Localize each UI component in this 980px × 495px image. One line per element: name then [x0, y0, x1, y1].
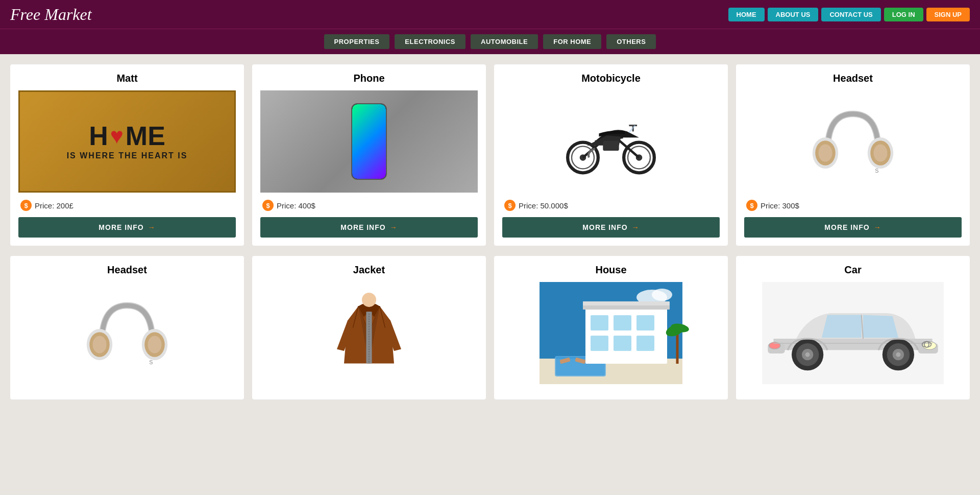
product-title-moto: Motobicycle: [581, 73, 641, 84]
product-title-car: Car: [844, 264, 861, 276]
product-image-matt: H ♥ ME IS WHERE THE HEART IS: [18, 90, 236, 193]
about-button[interactable]: ABOUT US: [768, 8, 819, 21]
product-image-phone: [260, 90, 478, 193]
price-text-matt: Price: 200£: [35, 201, 74, 210]
product-image-car: [744, 282, 962, 384]
product-image-headset2: S: [18, 282, 236, 384]
price-icon-matt: $: [20, 200, 32, 211]
svg-point-28: [362, 293, 376, 307]
matt-image: H ♥ ME IS WHERE THE HEART IS: [18, 90, 236, 193]
nav-for-home[interactable]: FOR HOME: [543, 34, 601, 49]
price-text-moto: Price: 50.000$: [519, 201, 568, 210]
price-icon-phone: $: [262, 200, 274, 211]
product-title-headset1: Headset: [833, 73, 873, 84]
svg-rect-11: [603, 140, 619, 151]
svg-point-58: [805, 352, 810, 357]
nav-properties[interactable]: PROPERTIES: [324, 34, 390, 49]
price-row-headset1: $ Price: 300$: [744, 200, 962, 211]
product-title-phone: Phone: [353, 73, 384, 84]
svg-point-31: [652, 289, 672, 301]
price-row-matt: $ Price: 200£: [18, 200, 236, 211]
svg-rect-39: [591, 336, 608, 351]
product-image-headset1: S: [744, 90, 962, 193]
matt-h-letter: H: [89, 123, 108, 149]
svg-point-62: [896, 352, 900, 357]
product-grid-row1: Matt H ♥ ME IS WHERE THE HEART IS $ Pric…: [0, 54, 980, 256]
nav-automobile[interactable]: AUTOMOBILE: [471, 34, 538, 49]
price-text-phone: Price: 400$: [277, 201, 315, 210]
more-info-btn-matt[interactable]: MORE INFO: [18, 217, 236, 238]
svg-rect-40: [614, 336, 631, 351]
house-svg: [502, 282, 720, 384]
product-image-moto: [502, 90, 720, 193]
product-card-headset1: Headset S $ Price: 300$ MOR: [736, 64, 970, 246]
product-title-jacket: Jacket: [353, 264, 385, 276]
login-button[interactable]: LOG IN: [884, 8, 923, 21]
svg-text:S: S: [875, 168, 878, 174]
price-row-moto: $ Price: 50.000$: [502, 200, 720, 211]
moto-svg: [555, 101, 667, 182]
product-title-headset2: Headset: [107, 264, 147, 276]
price-icon-headset1: $: [746, 200, 757, 211]
nav-others[interactable]: OTHERS: [606, 34, 656, 49]
product-grid-row2: Headset S Jacket: [0, 256, 980, 410]
svg-point-21: [93, 336, 107, 353]
svg-point-24: [148, 336, 162, 353]
headset1-svg: S: [807, 96, 899, 187]
site-logo: Free Market: [10, 5, 92, 24]
price-row-phone: $ Price: 400$: [260, 200, 478, 211]
price-icon-moto: $: [504, 200, 516, 211]
svg-rect-38: [636, 315, 654, 331]
product-image-jacket: [260, 282, 478, 384]
more-info-btn-phone[interactable]: MORE INFO: [260, 217, 478, 238]
product-card-jacket: Jacket: [252, 256, 486, 399]
product-title-matt: Matt: [116, 73, 137, 84]
product-card-phone: Phone $ Price: 400$ MORE INFO: [252, 64, 486, 246]
home-button[interactable]: HOME: [728, 8, 765, 21]
phone-visual: [260, 90, 478, 193]
phone-screen: [352, 104, 386, 179]
product-card-moto: Motobicycle: [494, 64, 728, 246]
product-card-house: House: [494, 256, 728, 399]
car-svg: [744, 282, 962, 384]
svg-text:S: S: [149, 359, 153, 365]
product-title-house: House: [595, 264, 626, 276]
jacket-svg: [333, 282, 405, 384]
main-nav: HOME ABOUT US CONTACT US LOG IN SIGN UP: [728, 8, 970, 21]
sub-nav: PROPERTIES ELECTRONICS AUTOMOBILE FOR HO…: [0, 29, 980, 54]
svg-rect-36: [591, 315, 608, 331]
matt-me-text: ME: [126, 123, 165, 149]
product-card-car: Car: [736, 256, 970, 399]
contact-button[interactable]: CONTACT US: [821, 8, 880, 21]
matt-heart-icon: ♥: [110, 123, 124, 149]
svg-rect-37: [614, 315, 631, 331]
product-card-matt: Matt H ♥ ME IS WHERE THE HEART IS $ Pric…: [10, 64, 244, 246]
header: Free Market HOME ABOUT US CONTACT US LOG…: [0, 0, 980, 29]
more-info-btn-headset1[interactable]: MORE INFO: [744, 217, 962, 238]
more-info-btn-moto[interactable]: MORE INFO: [502, 217, 720, 238]
nav-electronics[interactable]: ELECTRONICS: [395, 34, 465, 49]
signup-button[interactable]: SIGN UP: [926, 8, 970, 21]
svg-point-17: [874, 144, 888, 161]
svg-rect-41: [636, 336, 654, 351]
product-card-headset2: Headset S: [10, 256, 244, 399]
svg-rect-43: [583, 301, 670, 305]
svg-point-14: [819, 144, 832, 161]
headset2-svg: S: [81, 287, 173, 379]
product-image-house: [502, 282, 720, 384]
phone-shape: [351, 103, 387, 180]
matt-subtitle: IS WHERE THE HEART IS: [67, 151, 188, 160]
price-text-headset1: Price: 300$: [761, 201, 799, 210]
